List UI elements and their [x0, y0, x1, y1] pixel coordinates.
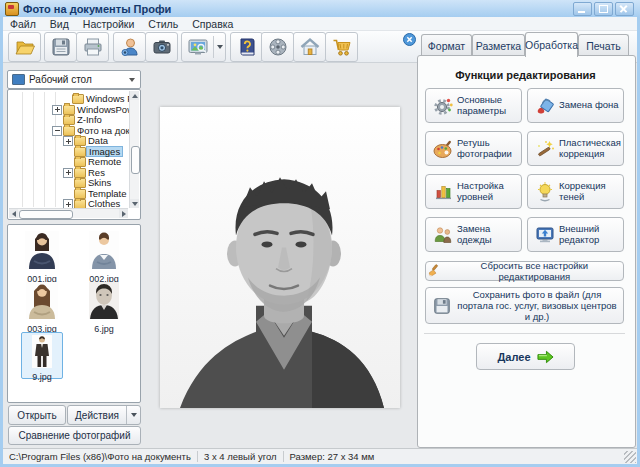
- magic-wand-icon: [534, 138, 556, 160]
- view-mode-button[interactable]: [181, 32, 226, 62]
- levels-adjust-button[interactable]: Настройка уровней: [425, 174, 522, 209]
- view-mode-dropdown-caret-icon[interactable]: [217, 45, 223, 49]
- menu-item-view[interactable]: Вид: [43, 18, 76, 30]
- save-button[interactable]: [44, 32, 77, 62]
- tree-item[interactable]: WindowsPow: [75, 104, 136, 115]
- photo-thumbnail: [89, 231, 119, 269]
- camera-button[interactable]: [145, 32, 178, 62]
- tab-format[interactable]: Формат: [421, 34, 472, 56]
- tree-item[interactable]: Z-Info: [75, 114, 104, 125]
- tree-expander-icon[interactable]: [52, 105, 62, 115]
- tree-collapser-icon[interactable]: [52, 126, 62, 136]
- resize-grip[interactable]: [624, 451, 636, 463]
- status-size: Размер: 27 x 34 мм: [290, 451, 375, 462]
- thumbnail-list: 001.jpg 002.jpg 003.jpg: [7, 224, 141, 403]
- thumbnail-001[interactable]: 001.jpg: [22, 231, 62, 284]
- brush-icon: [426, 263, 442, 279]
- save-to-file-button[interactable]: Сохранить фото в файл (для портала гос. …: [425, 287, 624, 324]
- app-icon: [5, 2, 19, 16]
- tab-label: Формат: [428, 40, 465, 52]
- external-editor-button[interactable]: Внешний редактор: [527, 217, 624, 252]
- capture-photo-button[interactable]: [113, 32, 146, 62]
- thumbnail-9-selected[interactable]: 9.jpg: [21, 332, 63, 379]
- help-button[interactable]: [230, 32, 263, 62]
- retouch-photo-button[interactable]: Ретушь фотографии: [425, 131, 522, 166]
- menu-item-settings[interactable]: Настройки: [76, 18, 142, 30]
- menu-bar: Файл Вид Настройки Стиль Справка: [3, 17, 637, 31]
- status-separator: [283, 451, 284, 462]
- actions-button-label: Действия: [68, 406, 126, 424]
- tree-item[interactable]: Template: [86, 188, 129, 199]
- plastic-correction-button[interactable]: Пластическая коррекция: [527, 131, 624, 166]
- scrollbar-thumb[interactable]: [131, 146, 140, 174]
- shadow-correction-button[interactable]: Коррекция теней: [527, 174, 624, 209]
- tree-item[interactable]: Фото на док: [75, 125, 132, 136]
- scroll-right-icon[interactable]: [119, 209, 128, 218]
- home-button[interactable]: [293, 32, 326, 62]
- tree-item[interactable]: Res: [86, 167, 107, 178]
- actions-dropdown-caret-icon[interactable]: [126, 406, 140, 424]
- close-button[interactable]: [615, 2, 634, 16]
- open-button[interactable]: Открыть: [8, 405, 66, 425]
- status-format: 3 x 4 левый угол: [204, 451, 277, 462]
- tree-item[interactable]: Skins: [86, 177, 113, 188]
- print-button[interactable]: [76, 32, 109, 62]
- camera-icon: [151, 36, 173, 58]
- window-title: Фото на документы Профи: [23, 3, 171, 15]
- tree-item[interactable]: Data: [86, 135, 110, 146]
- scroll-left-icon[interactable]: [9, 209, 18, 218]
- user-capture-icon: [119, 36, 141, 58]
- replace-background-button[interactable]: Замена фона: [527, 88, 624, 123]
- function-label: Внешний редактор: [559, 224, 623, 245]
- video-icon: [267, 36, 289, 58]
- status-separator: [197, 451, 198, 462]
- people-icon: [432, 224, 454, 246]
- thumbnail-003[interactable]: 003.jpg: [22, 282, 62, 334]
- thumbnail-6[interactable]: 6.jpg: [84, 282, 124, 334]
- tab-layout[interactable]: Разметка: [472, 34, 525, 56]
- tree-expander-icon[interactable]: [63, 168, 73, 178]
- next-button[interactable]: Далее: [476, 343, 575, 370]
- open-photo-button[interactable]: [8, 32, 41, 62]
- compare-photos-button[interactable]: Сравнение фотографий: [8, 426, 141, 445]
- paint-bucket-icon: [534, 95, 556, 117]
- tab-label: Обработка: [525, 39, 578, 51]
- tree-expander-icon[interactable]: [63, 136, 73, 146]
- tree-vertical-scrollbar[interactable]: [129, 91, 139, 208]
- floppy-icon: [432, 296, 452, 316]
- tree-item[interactable]: Remote: [86, 156, 123, 167]
- menu-item-file[interactable]: Файл: [3, 18, 43, 30]
- tab-processing-active[interactable]: Обработка: [525, 32, 578, 57]
- actions-button[interactable]: Действия: [67, 405, 141, 425]
- status-file-path: C:\Program Files (x86)\Фото на документы…: [9, 451, 191, 462]
- cart-icon: [331, 36, 353, 58]
- function-label: Замена фона: [559, 100, 619, 111]
- function-label: Коррекция теней: [559, 181, 623, 202]
- scroll-down-icon[interactable]: [130, 199, 139, 208]
- panel-divider: [424, 333, 625, 334]
- tree-horizontal-scrollbar[interactable]: [9, 208, 128, 218]
- open-folder-icon: [14, 36, 36, 58]
- thumbnail-002[interactable]: 002.jpg: [84, 231, 124, 284]
- tab-print[interactable]: Печать: [578, 34, 629, 56]
- scroll-up-icon[interactable]: [130, 91, 139, 100]
- next-button-label: Далее: [497, 351, 530, 363]
- basic-parameters-button[interactable]: Основные параметры: [425, 88, 522, 123]
- function-label: Настройка уровней: [457, 181, 521, 202]
- dropdown-caret-icon: [129, 78, 135, 82]
- tab-label: Разметка: [476, 40, 521, 52]
- minimize-button[interactable]: [573, 2, 592, 16]
- maximize-button[interactable]: [594, 2, 613, 16]
- replace-clothes-button[interactable]: Замена одежды: [425, 217, 522, 252]
- location-dropdown[interactable]: Рабочий стол: [7, 70, 141, 89]
- function-label: Замена одежды: [457, 224, 521, 245]
- panel-close-icon[interactable]: [403, 32, 416, 45]
- menu-item-help[interactable]: Справка: [185, 18, 240, 30]
- video-button[interactable]: [261, 32, 294, 62]
- reset-settings-button[interactable]: Сбросить все настройки редактирования: [425, 261, 624, 281]
- help-book-icon: [236, 36, 258, 58]
- app-window: Фото на документы Профи Файл Вид Настрой…: [0, 0, 640, 467]
- menu-item-style[interactable]: Стиль: [141, 18, 185, 30]
- cart-button[interactable]: [325, 32, 358, 62]
- scrollbar-thumb[interactable]: [19, 210, 73, 219]
